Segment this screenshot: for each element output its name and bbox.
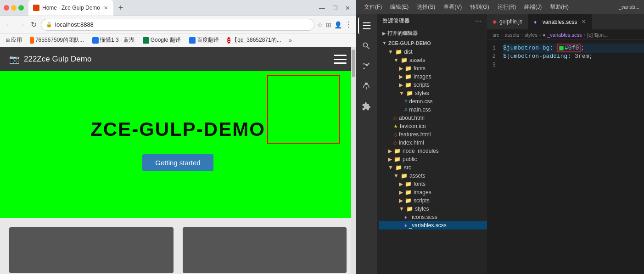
maximize-window-btn[interactable] (18, 5, 24, 11)
tree-src[interactable]: ▼ 📁 src (379, 163, 487, 172)
refresh-button[interactable]: ↻ (29, 20, 38, 29)
bookmark-icon[interactable]: ☆ (317, 21, 323, 28)
tree-demo-css[interactable]: # demo.css (379, 97, 487, 106)
tree-assets-src[interactable]: ▼ 📁 assets (379, 172, 487, 180)
hamburger-menu[interactable] (334, 55, 347, 64)
tree-assets-dist[interactable]: ▼ 📁 assets (379, 56, 487, 64)
bookmarks-apps-button[interactable]: ⊞ 应用 (4, 35, 24, 45)
new-tab-button[interactable]: + (114, 0, 127, 16)
tree-images-src[interactable]: ▶ 📁 images (379, 188, 487, 196)
tab-close-icon[interactable]: ✕ (103, 5, 109, 11)
tree-scripts-dist[interactable]: ▶ 📁 scripts (379, 81, 487, 89)
svg-point-0 (363, 63, 364, 64)
minimize-icon[interactable]: — (317, 4, 327, 12)
bookmark-label-3: 百度翻译 (197, 36, 219, 44)
tree-features-html[interactable]: ◇ features.html (379, 130, 487, 139)
close-icon[interactable]: ✕ (343, 4, 352, 12)
bookmark-favicon-1 (92, 37, 99, 44)
tab-close-variables[interactable]: ✕ (582, 19, 586, 25)
menu-help[interactable]: 帮助(H) (546, 0, 572, 14)
tree-fonts-dist[interactable]: ▶ 📁 fonts (379, 64, 487, 73)
site-brand-title: 222Zce Gulp Demo (24, 55, 91, 64)
tree-dist[interactable]: ▼ 📁 dist (379, 48, 487, 56)
bookmarks-more-icon[interactable]: » (289, 37, 292, 44)
code-editor-area[interactable]: 1 $jumbotron-bg: #0f0; 2 $jumbotron-padd… (487, 40, 644, 274)
tree-index-html[interactable]: ◇ index.html (379, 139, 487, 147)
scss-icon: ♦ (404, 223, 407, 228)
active-tab[interactable]: Home · Zce Gulp Demo ✕ (28, 0, 113, 16)
tree-icons-scss[interactable]: ♦ _icons.scss (379, 213, 487, 221)
html-icon: ◇ (393, 132, 397, 138)
bc-src: src (493, 32, 499, 38)
open-editors-section[interactable]: ▶ 打开的编辑器 (377, 28, 487, 39)
tree-favicon-ico[interactable]: ★ favicon.ico (379, 122, 487, 130)
tree-public[interactable]: ▶ 📁 public (379, 155, 487, 163)
more-button[interactable]: ⋮ (345, 20, 352, 29)
tree-label-favicon-ico: favicon.ico (400, 123, 426, 129)
menu-run[interactable]: 运行(R) (494, 0, 520, 14)
bookmark-item-0[interactable]: 765567509的团队... (27, 35, 87, 45)
menu-select[interactable]: 选择(S) (413, 0, 439, 14)
tree-styles-dist[interactable]: ▼ 📁 styles (379, 89, 487, 97)
bookmark-item-2[interactable]: Google 翻译 (140, 35, 184, 45)
activity-extensions[interactable] (358, 98, 375, 115)
tree-images-dist[interactable]: ▶ 📁 images (379, 73, 487, 81)
folder-icon: ▶ (399, 197, 403, 204)
activity-explorer[interactable] (358, 17, 375, 34)
minimize-window-btn[interactable] (11, 5, 17, 11)
restore-icon[interactable]: ☐ (330, 4, 340, 12)
close-window-btn[interactable] (4, 5, 9, 11)
vscode-file-hint: _variab... (619, 4, 639, 10)
user-icon[interactable]: 👤 (334, 21, 342, 28)
editor-tab-gulpfile[interactable]: ◆ gulpfile.js (487, 14, 528, 29)
bookmark-favicon-0 (30, 37, 34, 44)
chevron-icon: ▶ (382, 31, 386, 36)
hamburger-line-1 (334, 55, 347, 56)
url-input[interactable]: 🔒 localhost:8888 (41, 19, 314, 31)
menu-view[interactable]: 查看(V) (440, 0, 465, 14)
code-line-1: 1 $jumbotron-bg: #0f0; (487, 44, 644, 53)
bc-sep-4: › (583, 32, 585, 38)
tree-main-css[interactable]: # main.css (379, 106, 487, 114)
menu-file[interactable]: 文件(F) (360, 0, 386, 14)
code-content-1: $jumbotron-bg: #0f0; (503, 44, 635, 52)
scroll-thumb[interactable] (352, 50, 355, 77)
project-section[interactable]: ▼ ZCE-GULP-DEMO (377, 39, 487, 48)
menu-goto[interactable]: 转到(G) (466, 0, 493, 14)
back-button[interactable]: ← (4, 21, 14, 29)
bookmark-label-0: 765567509的团队... (35, 36, 84, 44)
tree-label-demo-css: demo.css (409, 98, 432, 105)
grid-icon: ⊞ (6, 38, 10, 43)
bc-variables-scss: _variables.scss (547, 32, 582, 38)
bookmark-item-1[interactable]: 懂懂1.3 · 蓝湖 (90, 35, 137, 45)
menu-terminal[interactable]: 终端(J) (521, 0, 545, 14)
tree-node-modules[interactable]: ▶ 📁 node_modules (379, 147, 487, 155)
scroll-track[interactable] (351, 47, 356, 274)
activity-git[interactable] (358, 58, 375, 74)
value-redbox-1: #0f0 (557, 44, 581, 52)
bookmark-item-4[interactable]: C 【qq_38652871的... (224, 35, 284, 45)
hero-button[interactable]: Getting started (142, 154, 213, 171)
camera-icon: 📷 (9, 54, 19, 64)
activity-debug[interactable] (358, 78, 375, 95)
bookmark-item-3[interactable]: 百度翻译 (186, 35, 222, 45)
menu-edit[interactable]: 编辑(E) (386, 0, 412, 14)
folder-icon-src: 📁 (395, 164, 402, 171)
extension-icon[interactable]: ⊞ (326, 21, 331, 28)
folder-icon-dist: 📁 (395, 49, 402, 55)
tree-variables-scss[interactable]: ♦ _variables.scss (379, 221, 487, 229)
page-content: 📷 222Zce Gulp Demo ZCE-GULP-DEMO Getting… (0, 47, 356, 274)
address-bar-actions: ☆ ⊞ 👤 ⋮ (317, 20, 352, 29)
folder-icon-public: 📁 (394, 156, 401, 162)
tree-about-html[interactable]: ◇ about.html (379, 114, 487, 122)
editor-breadcrumb: src › assets › styles › ♦ _variables.scs… (487, 30, 644, 40)
activity-search[interactable] (358, 38, 375, 54)
sidebar-more-icon[interactable]: ··· (475, 17, 482, 24)
tree-label-fonts-src: fonts (414, 181, 426, 187)
tree-fonts-src[interactable]: ▶ 📁 fonts (379, 180, 487, 188)
tree-scripts-src[interactable]: ▶ 📁 scripts (379, 196, 487, 205)
folder-icon: ▶ (399, 189, 403, 196)
editor-tab-variables[interactable]: ♦ _variables.scss ✕ (528, 14, 592, 29)
tree-styles-src[interactable]: ▼ 📁 styles (379, 205, 487, 213)
forward-button[interactable]: → (17, 21, 27, 29)
